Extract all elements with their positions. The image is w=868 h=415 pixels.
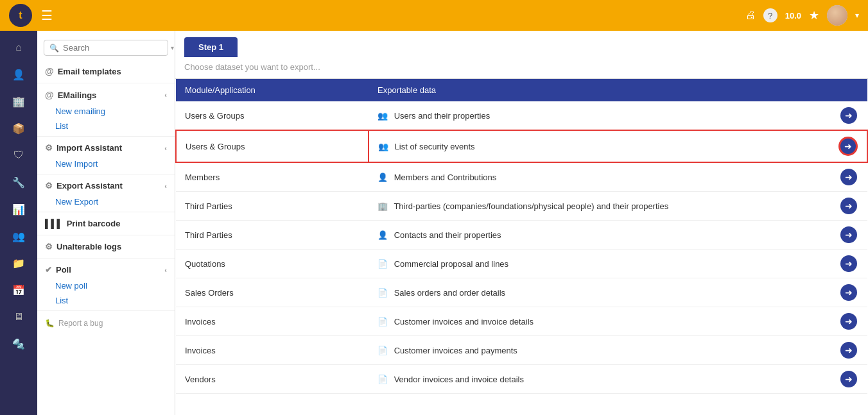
table-row: Invoices 📄 Customer invoices and invoice… (176, 307, 867, 336)
sidebar-icon-chart[interactable]: 📊 (6, 198, 31, 221)
action-cell: ➜ (829, 336, 867, 365)
navbar-left: t ☰ (9, 4, 53, 27)
nav-new-import[interactable]: New Import (37, 157, 175, 171)
module-cell: Invoices (176, 307, 369, 336)
export-gear-icon: ⚙ (45, 181, 53, 191)
sidebar-icon-folder[interactable]: 📁 (6, 251, 31, 275)
sidebar-icon-tool[interactable]: 🔧 (6, 171, 31, 194)
building-data-icon: 🏢 (378, 201, 388, 211)
table-row: Quotations 📄 Commercial proposal and lin… (176, 250, 867, 278)
nav-poll-list[interactable]: List (37, 293, 175, 308)
export-button[interactable]: ➜ (840, 107, 857, 124)
table-body: Users & Groups 👥 Users and their propert… (176, 101, 867, 394)
sidebar-icon-people[interactable]: 👥 (6, 224, 31, 248)
nav-new-export[interactable]: New Export (37, 194, 175, 209)
export-button[interactable]: ➜ (840, 169, 857, 185)
export-chevron: ‹ (164, 182, 167, 190)
table-row: Members 👤 Members and Contributions ➜ (176, 162, 867, 192)
sidebar-icon-box[interactable]: 📦 (6, 117, 31, 140)
export-button[interactable]: ➜ (840, 284, 857, 301)
action-cell: ➜ (829, 162, 867, 192)
search-dropdown-arrow[interactable]: ▾ (171, 44, 174, 51)
export-button[interactable]: ➜ (840, 313, 857, 330)
table-row: Users & Groups 👥 Users and their propert… (176, 101, 867, 130)
nav-new-poll[interactable]: New poll (37, 278, 175, 293)
sidebar-icon-building[interactable]: 🏢 (6, 90, 31, 113)
sidebar-icon-user[interactable]: 👤 (6, 63, 31, 86)
report-bug-label: Report a bug (58, 319, 103, 328)
emailings-chevron: ‹ (164, 91, 167, 99)
nav-section-unalterable[interactable]: ⚙ Unalterable logs (37, 238, 175, 255)
export-button[interactable]: ➜ (840, 255, 857, 272)
search-input[interactable] (63, 43, 171, 53)
emailings-label: EMailings (58, 90, 97, 100)
import-label: Import Assistant (56, 143, 122, 153)
data-cell: 📄 Sales orders and order details (369, 278, 829, 307)
module-cell: Quotations (176, 250, 369, 278)
data-cell: 📄 Customer invoices and payments (369, 336, 829, 365)
favorites-icon[interactable]: ★ (809, 8, 819, 22)
data-cell: 📄 Customer invoices and invoice details (369, 307, 829, 336)
module-cell: Third Parties (176, 221, 369, 250)
nav-section-emailings[interactable]: @ EMailings ‹ (37, 86, 175, 104)
data-cell-highlighted: 👥 List of security events (369, 130, 829, 162)
export-button[interactable]: ➜ (840, 371, 857, 387)
nav-new-emailing[interactable]: New emailing (37, 104, 175, 119)
module-cell-highlighted: Users & Groups (176, 130, 369, 162)
step1-tab[interactable]: Step 1 (184, 37, 238, 57)
left-nav-panel: 🔍 ▾ @ Email templates @ EMailings ‹ New … (37, 31, 175, 415)
nav-section-email-templates[interactable]: @ Email templates (37, 62, 175, 80)
help-icon[interactable]: ? (763, 8, 777, 22)
table-row: Third Parties 👤 Contacts and their prope… (176, 221, 867, 250)
search-icon: 🔍 (49, 44, 59, 53)
export-label: Export Assistant (56, 181, 123, 191)
unalterable-label: Unalterable logs (56, 242, 121, 251)
table-row-highlighted: Users & Groups 👥 List of security events… (176, 130, 867, 162)
user-avatar[interactable] (827, 5, 847, 26)
table-header: Module/Application Exportable data (176, 79, 867, 101)
top-navbar: t ☰ 🖨 ? 10.0 ★ ▾ (0, 0, 868, 31)
table-row: Sales Orders 📄 Sales orders and order de… (176, 278, 867, 307)
invoice-icon: 📄 (378, 317, 388, 326)
export-table-scroll[interactable]: Module/Application Exportable data Users… (175, 79, 868, 415)
sidebar-icon-screen[interactable]: 🖥 (6, 305, 31, 328)
data-cell: 👤 Contacts and their properties (369, 221, 829, 250)
module-cell: Invoices (176, 336, 369, 365)
module-cell: Users & Groups (176, 101, 369, 130)
import-gear-icon: ⚙ (45, 143, 53, 153)
sidebar-icon-home[interactable]: ⌂ (6, 36, 31, 59)
nav-section-export[interactable]: ⚙ Export Assistant ‹ (37, 177, 175, 194)
nav-emailings-list[interactable]: List (37, 119, 175, 133)
sidebar-icon-wrench[interactable]: 🔩 (6, 332, 31, 355)
nav-section-print-barcode[interactable]: ▌▌▌ Print barcode (37, 215, 175, 232)
action-cell: ➜ (829, 278, 867, 307)
main-content: Step 1 Choose dataset you want to export… (175, 31, 868, 415)
doc-icon: 📄 (378, 259, 388, 269)
data-cell: 📄 Vendor invoices and invoice details (369, 365, 829, 394)
highlighted-export-button[interactable]: ➜ (838, 137, 858, 156)
export-button[interactable]: ➜ (840, 226, 857, 243)
nav-section-import[interactable]: ⚙ Import Assistant ‹ (37, 139, 175, 157)
bug-icon: 🐛 (45, 319, 55, 328)
action-cell: ➜ (829, 250, 867, 278)
report-bug-link[interactable]: 🐛 Report a bug (37, 314, 175, 333)
search-box[interactable]: 🔍 ▾ (44, 40, 168, 56)
export-button[interactable]: ➜ (840, 342, 857, 359)
sidebar-icon-shield[interactable]: 🛡 (6, 144, 31, 167)
import-chevron: ‹ (164, 144, 167, 152)
invoice2-icon: 📄 (378, 346, 388, 355)
sidebar-icon-calendar[interactable]: 📅 (6, 278, 31, 301)
export-button[interactable]: ➜ (840, 198, 857, 214)
module-cell: Members (176, 162, 369, 192)
version-label: 10.0 (785, 11, 801, 21)
action-cell: ➜ (829, 307, 867, 336)
app-logo[interactable]: t (9, 4, 32, 27)
poll-icon: ✔ (45, 265, 52, 275)
icon-sidebar: ⌂ 👤 🏢 📦 🛡 🔧 📊 👥 📁 📅 🖥 🔩 (0, 31, 37, 415)
barcode-icon: ▌▌▌ (45, 219, 63, 228)
hamburger-menu[interactable]: ☰ (41, 8, 53, 23)
print-icon[interactable]: 🖨 (745, 10, 756, 21)
security-users-icon: 👥 (378, 142, 388, 151)
nav-section-poll[interactable]: ✔ Poll ‹ (37, 261, 175, 278)
avatar-dropdown-caret[interactable]: ▾ (855, 11, 859, 20)
